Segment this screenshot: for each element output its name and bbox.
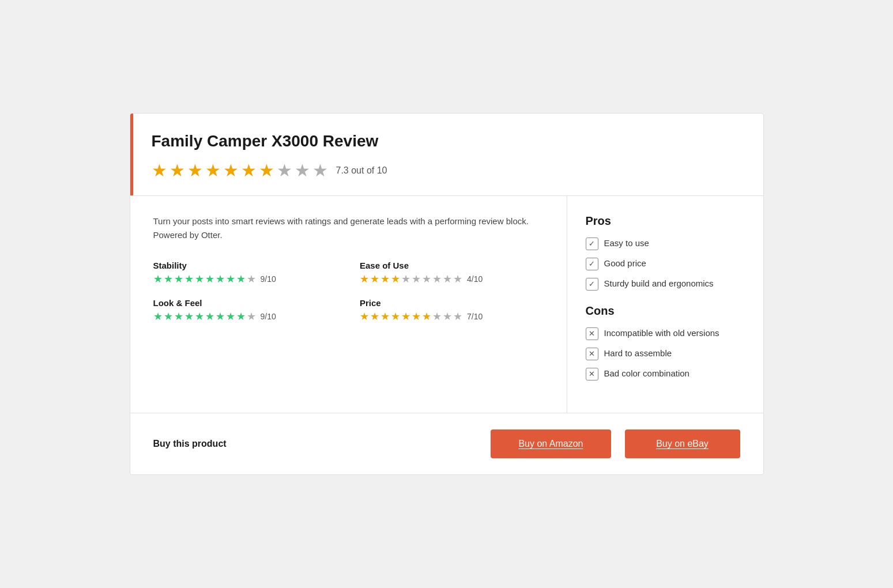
pros-item: ✓Good price xyxy=(586,257,745,270)
review-title-section: Family Camper X3000 Review ★★★★★★★★★★7.3… xyxy=(152,132,740,179)
small-star-icon: ★ xyxy=(360,311,369,322)
cons-title: Cons xyxy=(586,304,745,318)
rating-score: 4/10 xyxy=(467,274,483,284)
small-star-icon: ★ xyxy=(236,311,246,322)
ratings-grid: Stability★★★★★★★★★★9/10Ease of Use★★★★★★… xyxy=(153,261,544,322)
pros-item-text: Good price xyxy=(604,257,646,269)
star-icon: ★ xyxy=(169,162,185,179)
small-star-icon: ★ xyxy=(370,311,379,322)
cons-item-text: Bad color combination xyxy=(604,367,689,379)
small-star-icon: ★ xyxy=(453,311,462,322)
rating-stars-row: ★★★★★★★★★★7/10 xyxy=(360,311,544,322)
cons-item: ✕Hard to assemble xyxy=(586,347,745,360)
small-star-icon: ★ xyxy=(391,311,400,322)
small-star-icon: ★ xyxy=(216,274,225,284)
rating-item: Price★★★★★★★★★★7/10 xyxy=(360,298,544,322)
pros-item-text: Easy to use xyxy=(604,237,649,249)
rating-stars-row: ★★★★★★★★★★9/10 xyxy=(153,311,337,322)
buy-amazon-button[interactable]: Buy on Amazon xyxy=(491,429,611,458)
small-star-icon: ★ xyxy=(453,274,462,284)
small-star-icon: ★ xyxy=(236,274,246,284)
small-star-icon: ★ xyxy=(412,311,421,322)
small-star-icon: ★ xyxy=(205,311,214,322)
small-star-icon: ★ xyxy=(380,274,390,284)
star-icon: ★ xyxy=(259,162,274,179)
small-star-icon: ★ xyxy=(184,274,194,284)
x-icon: ✕ xyxy=(586,368,598,380)
star-icon: ★ xyxy=(152,162,167,179)
rating-stars-row: ★★★★★★★★★★4/10 xyxy=(360,274,544,284)
small-star-icon: ★ xyxy=(184,311,194,322)
x-icon: ✕ xyxy=(586,348,598,360)
buy-ebay-button[interactable]: Buy on eBay xyxy=(625,429,740,458)
star-icon: ★ xyxy=(295,162,310,179)
review-card: Family Camper X3000 Review ★★★★★★★★★★7.3… xyxy=(130,113,764,475)
small-star-icon: ★ xyxy=(443,274,452,284)
review-title: Family Camper X3000 Review xyxy=(152,132,740,150)
rating-label: Price xyxy=(360,298,544,308)
small-star-icon: ★ xyxy=(226,311,235,322)
pros-list: ✓Easy to use✓Good price✓Sturdy build and… xyxy=(586,237,745,291)
star-icon: ★ xyxy=(187,162,203,179)
rating-label: Look & Feel xyxy=(153,298,337,308)
small-star-icon: ★ xyxy=(401,311,410,322)
check-icon: ✓ xyxy=(586,258,598,270)
rating-score: 9/10 xyxy=(261,274,276,284)
small-star-icon: ★ xyxy=(195,311,204,322)
star-icon: ★ xyxy=(205,162,221,179)
small-star-icon: ★ xyxy=(443,311,452,322)
overall-stars-row: ★★★★★★★★★★7.3 out of 10 xyxy=(152,162,740,179)
small-star-icon: ★ xyxy=(422,311,431,322)
small-star-icon: ★ xyxy=(432,311,442,322)
small-star-icon: ★ xyxy=(153,311,163,322)
rating-text: 7.3 out of 10 xyxy=(336,165,387,176)
small-star-icon: ★ xyxy=(422,274,431,284)
small-star-icon: ★ xyxy=(216,311,225,322)
small-star-icon: ★ xyxy=(164,274,173,284)
check-icon: ✓ xyxy=(586,278,598,291)
buy-label: Buy this product xyxy=(153,439,477,449)
cons-list: ✕Incompatible with old versions✕Hard to … xyxy=(586,327,745,380)
small-star-icon: ★ xyxy=(174,311,183,322)
small-star-icon: ★ xyxy=(380,311,390,322)
cons-item: ✕Incompatible with old versions xyxy=(586,327,745,340)
small-star-icon: ★ xyxy=(412,274,421,284)
check-icon: ✓ xyxy=(586,238,598,250)
review-footer: Buy this product Buy on Amazon Buy on eB… xyxy=(130,413,763,474)
small-star-icon: ★ xyxy=(401,274,410,284)
review-description: Turn your posts into smart reviews with … xyxy=(153,214,544,242)
cons-item-text: Hard to assemble xyxy=(604,347,672,359)
cons-item-text: Incompatible with old versions xyxy=(604,327,719,339)
star-icon: ★ xyxy=(241,162,257,179)
rating-label: Stability xyxy=(153,261,337,270)
small-star-icon: ★ xyxy=(226,274,235,284)
star-icon: ★ xyxy=(277,162,292,179)
small-star-icon: ★ xyxy=(247,274,256,284)
rating-stars-row: ★★★★★★★★★★9/10 xyxy=(153,274,337,284)
rating-item: Stability★★★★★★★★★★9/10 xyxy=(153,261,337,284)
rating-label: Ease of Use xyxy=(360,261,544,270)
small-star-icon: ★ xyxy=(195,274,204,284)
rating-score: 7/10 xyxy=(467,312,483,321)
small-star-icon: ★ xyxy=(370,274,379,284)
star-icon: ★ xyxy=(312,162,328,179)
star-icon: ★ xyxy=(223,162,239,179)
rating-item: Look & Feel★★★★★★★★★★9/10 xyxy=(153,298,337,322)
review-body: Turn your posts into smart reviews with … xyxy=(130,195,763,413)
small-star-icon: ★ xyxy=(360,274,369,284)
rating-item: Ease of Use★★★★★★★★★★4/10 xyxy=(360,261,544,284)
pros-item: ✓Easy to use xyxy=(586,237,745,250)
pros-item-text: Sturdy build and ergonomics xyxy=(604,277,714,289)
small-star-icon: ★ xyxy=(164,311,173,322)
cons-item: ✕Bad color combination xyxy=(586,367,745,380)
rating-score: 9/10 xyxy=(261,312,276,321)
small-star-icon: ★ xyxy=(247,311,256,322)
review-left: Turn your posts into smart reviews with … xyxy=(130,196,567,413)
pros-item: ✓Sturdy build and ergonomics xyxy=(586,277,745,291)
x-icon: ✕ xyxy=(586,327,598,340)
small-star-icon: ★ xyxy=(205,274,214,284)
review-header: Family Camper X3000 Review ★★★★★★★★★★7.3… xyxy=(130,114,763,195)
pros-title: Pros xyxy=(586,214,745,228)
review-right: Pros ✓Easy to use✓Good price✓Sturdy buil… xyxy=(567,196,763,413)
small-star-icon: ★ xyxy=(174,274,183,284)
